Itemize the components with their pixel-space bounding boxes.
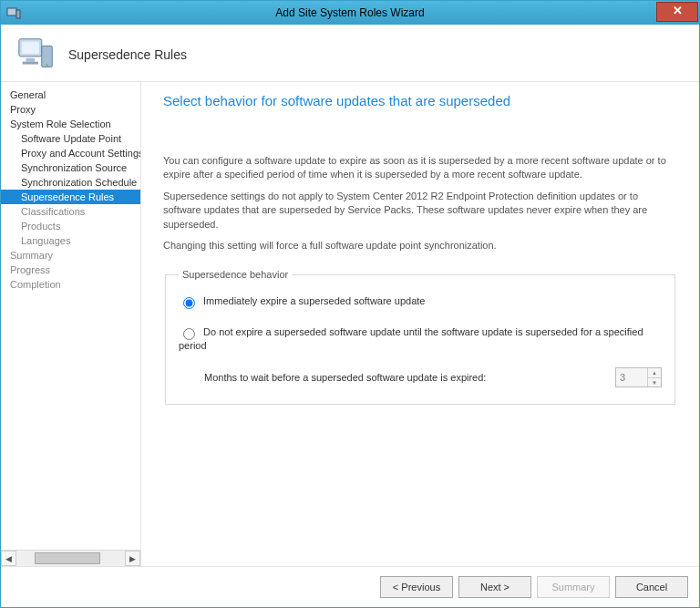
page-label: Supersedence Rules [68,47,187,62]
cancel-button[interactable]: Cancel [615,576,688,598]
nav-summary[interactable]: Summary [1,248,140,263]
window-title: Add Site System Roles Wizard [1,6,699,19]
svg-point-7 [46,64,47,66]
months-input [616,368,647,386]
nav-proxy-account-settings[interactable]: Proxy and Account Settings [1,146,140,160]
radio-wait-period[interactable] [183,328,195,340]
scroll-right-arrow-icon[interactable]: ▶ [125,551,140,566]
spinner-down-icon: ▼ [648,378,661,387]
svg-rect-3 [22,42,39,54]
description-para-1: You can configure a software update to e… [163,154,677,182]
svg-rect-5 [26,58,36,62]
svg-rect-4 [42,46,53,67]
nav-system-role-selection[interactable]: System Role Selection [1,117,140,131]
nav-sync-schedule[interactable]: Synchronization Schedule [1,175,140,190]
nav-general[interactable]: General [1,88,140,102]
nav-products[interactable]: Products [1,219,140,233]
spinner-up-icon: ▲ [648,368,661,378]
scroll-left-arrow-icon[interactable]: ◀ [1,551,16,566]
next-button[interactable]: Next > [458,576,531,598]
content-area: Supersedence Rules General Proxy System … [1,25,699,607]
group-legend: Supersedence behavior [179,269,292,280]
nav-software-update-point[interactable]: Software Update Point [1,131,140,146]
nav-progress[interactable]: Progress [1,263,140,277]
previous-button[interactable]: < Previous [380,576,453,598]
title-bar: Add Site System Roles Wizard ✕ [1,1,699,25]
months-spinner: ▲ ▼ [615,367,662,387]
footer-buttons: < Previous Next > Summary Cancel [1,566,699,607]
main-panel: Select behavior for software updates tha… [141,82,699,566]
nav-sync-source[interactable]: Synchronization Source [1,160,140,175]
radio-immediate-expire[interactable] [183,297,195,309]
radio-row-wait-period: Do not expire a superseded software upda… [179,325,662,351]
scroll-thumb[interactable] [35,552,100,564]
nav-supersedence-rules[interactable]: Supersedence Rules [1,190,140,204]
nav-classifications[interactable]: Classifications [1,204,140,219]
description-para-3: Changing this setting will force a full … [163,239,677,252]
computer-icon [15,34,57,76]
supersedence-behavior-group: Supersedence behavior Immediately expire… [165,269,675,405]
months-row: Months to wait before a superseded softw… [204,367,662,387]
radio-wait-label[interactable]: Do not expire a superseded software upda… [179,326,643,351]
main-title: Select behavior for software updates tha… [163,93,677,108]
radio-immediate-label[interactable]: Immediately expire a superseded software… [203,295,425,306]
page-header: Supersedence Rules [1,25,699,81]
svg-rect-6 [23,62,38,65]
nav-horizontal-scrollbar[interactable]: ◀ ▶ [1,550,140,566]
radio-row-immediate: Immediately expire a superseded software… [179,294,662,309]
summary-button: Summary [537,576,610,598]
close-button[interactable]: ✕ [656,2,698,22]
nav-proxy[interactable]: Proxy [1,102,140,117]
description-para-2: Supersedence settings do not apply to Sy… [163,190,677,232]
wizard-window: Add Site System Roles Wizard ✕ Supersede… [0,0,700,608]
body: General Proxy System Role Selection Soft… [1,81,699,566]
scroll-track[interactable] [16,551,125,566]
months-label: Months to wait before a superseded softw… [204,372,615,383]
nav-languages[interactable]: Languages [1,233,140,248]
nav-sidebar: General Proxy System Role Selection Soft… [1,82,141,566]
nav-completion[interactable]: Completion [1,277,140,292]
